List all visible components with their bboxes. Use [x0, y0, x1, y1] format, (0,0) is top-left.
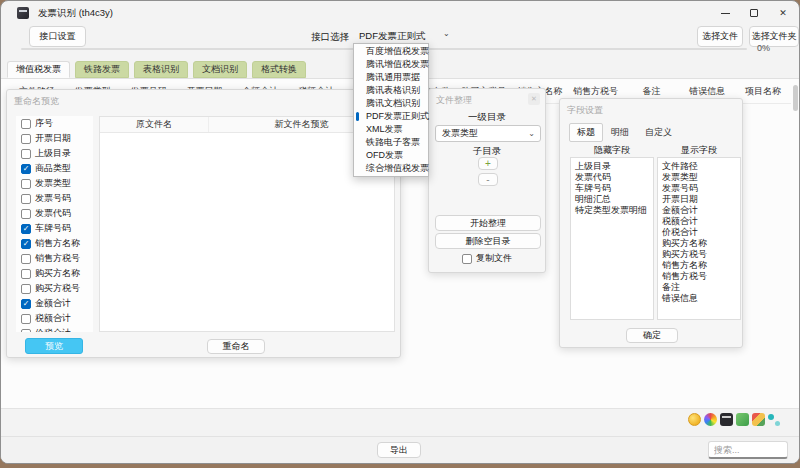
progress-label: 0%	[757, 43, 770, 53]
level1-dir-combobox[interactable]: 发票类型 ⌄	[435, 125, 541, 142]
rename-field-option[interactable]: 发票代码	[16, 206, 93, 221]
field-item[interactable]: 税额合计	[662, 216, 736, 227]
rename-preview-panel: 重命名预览 序号 开票日期 上级目录 商品类型 发票类型 发票号码	[6, 89, 401, 358]
main-tab[interactable]: 文档识别	[193, 61, 247, 78]
checkbox-icon	[21, 329, 31, 333]
main-tab[interactable]: 增值税发票	[7, 61, 70, 78]
rename-field-label: 车牌号码	[35, 222, 71, 235]
field-item[interactable]: 销售方税号	[662, 271, 736, 282]
copy-file-checkbox[interactable]: 复制文件	[429, 252, 545, 265]
field-settings-panel: 字段设置 标题明细自定义 隐藏字段 显示字段 上级目录发票代码车牌号码明细汇总特…	[559, 98, 743, 348]
api-menu-item[interactable]: PDF发票正则式	[354, 110, 428, 123]
coin-icon[interactable]	[688, 413, 701, 426]
checkbox-icon	[21, 134, 31, 144]
field-item[interactable]: 明细汇总	[575, 194, 649, 205]
rename-field-option[interactable]: 车牌号码	[16, 221, 93, 236]
field-tab[interactable]: 自定义	[637, 123, 680, 142]
archive-box-icon[interactable]	[720, 413, 733, 426]
api-menu-item[interactable]: 腾讯增值税发票	[354, 58, 428, 71]
rename-file-table: 原文件名 新文件名预览	[99, 116, 395, 332]
rename-field-option[interactable]: 上级目录	[16, 146, 93, 161]
checkbox-icon	[21, 239, 31, 249]
link-icon[interactable]	[768, 413, 781, 426]
rename-field-option[interactable]: 开票日期	[16, 131, 93, 146]
file-organize-panel: 文件整理 ✕ 一级目录 发票类型 ⌄ 子目录 + - 开始整理 删除空目录 复制…	[428, 88, 546, 273]
field-item[interactable]: 销售方名称	[662, 260, 736, 271]
rename-field-option[interactable]: 金额合计	[16, 296, 93, 311]
rename-field-label: 上级目录	[35, 147, 71, 160]
minimize-button[interactable]	[719, 7, 731, 19]
api-menu-item[interactable]: 腾讯通用票据	[354, 71, 428, 84]
field-item[interactable]: 特定类型发票明细	[575, 205, 649, 216]
api-menu-item[interactable]: XML发票	[354, 123, 428, 136]
add-subdir-button[interactable]: +	[478, 157, 498, 170]
rename-field-option[interactable]: 发票号码	[16, 191, 93, 206]
search-input[interactable]	[708, 441, 788, 459]
select-file-button[interactable]: 选择文件	[697, 26, 743, 47]
api-menu-item[interactable]: 腾讯文档识别	[354, 97, 428, 110]
main-tab[interactable]: 格式转换	[252, 61, 306, 78]
api-menu-item[interactable]: OFD发票	[354, 149, 428, 162]
start-organize-button[interactable]: 开始整理	[435, 215, 541, 231]
field-item[interactable]: 发票代码	[575, 172, 649, 183]
checkbox-icon	[21, 149, 31, 159]
organize-panel-title: 文件整理	[436, 94, 472, 107]
delete-empty-dir-button[interactable]: 删除空目录	[435, 233, 541, 249]
titlebar: 发票识别 (th4c3y) ✕	[1, 1, 799, 25]
field-item[interactable]: 发票号码	[662, 183, 736, 194]
export-button[interactable]: 导出	[377, 442, 421, 458]
api-menu-item[interactable]: 腾讯表格识别	[354, 84, 428, 97]
checkbox-icon	[21, 299, 31, 309]
field-item[interactable]: 发票类型	[662, 172, 736, 183]
rename-field-option[interactable]: 商品类型	[16, 161, 93, 176]
rename-field-option[interactable]: 购买方税号	[16, 281, 93, 296]
confirm-button[interactable]: 确定	[626, 328, 678, 343]
rename-field-option[interactable]: 购买方名称	[16, 266, 93, 281]
rename-field-label: 开票日期	[35, 132, 71, 145]
rename-field-option[interactable]: 发票类型	[16, 176, 93, 191]
visible-fields-list: 文件路径发票类型发票号码开票日期金额合计税额合计价税合计购买方名称购买方税号销售…	[657, 157, 741, 320]
field-item[interactable]: 开票日期	[662, 194, 736, 205]
app-icon	[17, 7, 29, 19]
rename-field-option[interactable]: 序号	[16, 116, 93, 131]
sticker-icon[interactable]	[752, 413, 765, 426]
rename-button[interactable]: 重命名	[207, 339, 265, 354]
column-header[interactable]: 项目名称	[735, 81, 791, 103]
rename-field-option[interactable]: 价税合计	[16, 326, 93, 332]
api-menu-item[interactable]: 百度增值税发票	[354, 45, 428, 58]
field-item[interactable]: 备注	[662, 282, 736, 293]
field-item[interactable]: 金额合计	[662, 205, 736, 216]
field-item[interactable]: 上级目录	[575, 161, 649, 172]
api-settings-button[interactable]: 接口设置	[29, 26, 86, 47]
rename-field-list: 序号 开票日期 上级目录 商品类型 发票类型 发票号码 发票代码	[16, 116, 93, 332]
window-title: 发票识别 (th4c3y)	[38, 7, 113, 20]
api-menu-item[interactable]: 综合增值税发票	[354, 162, 428, 175]
maximize-button[interactable]	[748, 7, 760, 19]
main-tab[interactable]: 铁路发票	[75, 61, 129, 78]
rename-field-label: 销售方税号	[35, 252, 80, 265]
rename-field-label: 价税合计	[35, 327, 71, 332]
level1-dir-label: 一级目录	[429, 111, 545, 124]
remove-subdir-button[interactable]: -	[478, 173, 498, 186]
cash-icon[interactable]	[736, 413, 749, 426]
field-item[interactable]: 错误信息	[662, 293, 736, 304]
field-tab[interactable]: 标题	[569, 123, 603, 142]
rename-field-label: 税额合计	[35, 312, 71, 325]
field-tab[interactable]: 明细	[603, 123, 637, 142]
close-button[interactable]: ✕	[777, 7, 789, 19]
main-tab[interactable]: 表格识别	[134, 61, 188, 78]
field-item[interactable]: 文件路径	[662, 161, 736, 172]
field-item[interactable]: 车牌号码	[575, 183, 649, 194]
field-item[interactable]: 价税合计	[662, 227, 736, 238]
rename-field-option[interactable]: 税额合计	[16, 311, 93, 326]
table-scrollbar[interactable]	[793, 85, 798, 385]
field-item[interactable]: 购买方税号	[662, 249, 736, 260]
rename-field-option[interactable]: 销售方税号	[16, 251, 93, 266]
rename-field-option[interactable]: 销售方名称	[16, 236, 93, 251]
api-menu-item[interactable]: 铁路电子客票	[354, 136, 428, 149]
color-wheel-icon[interactable]	[704, 413, 717, 426]
preview-button[interactable]: 预览	[25, 338, 83, 354]
field-item[interactable]: 购买方名称	[662, 238, 736, 249]
panel-close-icon[interactable]: ✕	[528, 93, 540, 105]
checkbox-icon	[21, 284, 31, 294]
